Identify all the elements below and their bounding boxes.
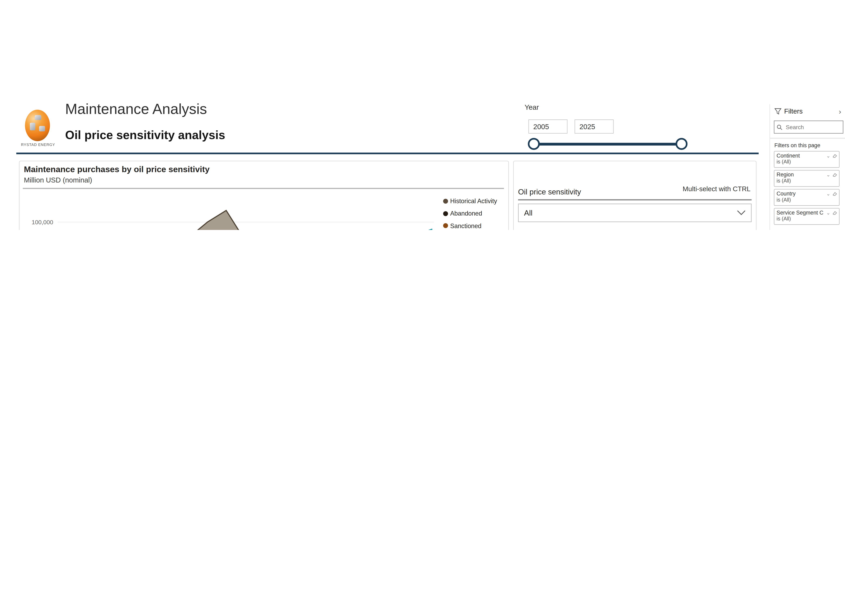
dropdown-value: All: [524, 208, 533, 217]
svg-text:100,000: 100,000: [32, 219, 53, 226]
chevron-down-icon[interactable]: ⌄: [826, 153, 830, 158]
area-chart-subtitle: Million USD (nominal): [24, 176, 92, 184]
year-slicer-label: Year: [525, 103, 539, 111]
filter-card-country[interactable]: Country is (All) ⌄: [774, 189, 839, 206]
filters-panel: Filters › Filters on this page Continent…: [770, 104, 845, 230]
rystad-energy-logo: [25, 110, 50, 141]
search-input[interactable]: [785, 123, 836, 131]
legend-label: Sanctioned: [450, 223, 481, 229]
filter-card-continent[interactable]: Continent is (All) ⌄: [774, 151, 839, 168]
slicer-underline: [518, 199, 752, 200]
sensitivity-dropdown[interactable]: All: [518, 204, 752, 222]
year-from-input[interactable]: [528, 119, 568, 133]
filter-funnel-icon: [775, 108, 782, 114]
chevron-down-icon[interactable]: ⌄: [826, 172, 830, 177]
oil-price-sensitivity-card: Multi-select with CTRL Oil price sensiti…: [513, 161, 757, 230]
filters-expand-icon[interactable]: ›: [839, 107, 841, 116]
multiselect-hint: Multi-select with CTRL: [682, 185, 751, 193]
sensitivity-slicer-label: Oil price sensitivity: [518, 187, 581, 196]
filter-value: is (All): [777, 158, 837, 164]
filter-value: is (All): [777, 177, 837, 183]
title-divider: [23, 188, 504, 189]
area-chart[interactable]: 020,00040,00060,00080,000100,00020052006…: [19, 191, 440, 230]
legend-label: Historical Activity: [450, 198, 497, 204]
legend-label: Abandoned: [450, 210, 482, 217]
page-title: Maintenance Analysis: [65, 101, 207, 118]
eraser-icon[interactable]: [832, 153, 838, 158]
year-slider-handle-left[interactable]: [528, 138, 540, 150]
year-slider-handle-right[interactable]: [675, 138, 687, 150]
page-subtitle: Oil price sensitivity analysis: [65, 128, 225, 142]
legend-dot: [443, 199, 448, 204]
filter-card-service-segment-cate-[interactable]: Service Segment Cate... is (All) ⌄: [774, 208, 839, 225]
legend-dot: [443, 211, 448, 216]
filters-divider: [770, 138, 845, 138]
filters-header: Filters: [775, 107, 802, 115]
filters-search-box[interactable]: [774, 121, 844, 133]
area-chart-title: Maintenance purchases by oil price sensi…: [24, 164, 210, 174]
filter-field-name: Region: [777, 172, 823, 177]
legend-item[interactable]: Historical Activity: [443, 195, 505, 207]
filter-card-region[interactable]: Region is (All) ⌄: [774, 170, 839, 187]
filter-value: is (All): [777, 197, 837, 202]
filter-field-name: Continent: [777, 153, 823, 158]
chevron-down-icon: [737, 210, 746, 216]
legend-dot: [443, 223, 448, 228]
area-chart-legend: Historical ActivityAbandonedSanctionedUS…: [443, 195, 505, 230]
year-to-input[interactable]: [575, 119, 614, 133]
filters-section-label: Filters on this page: [775, 142, 820, 148]
filter-value: is (All): [777, 216, 837, 221]
legend-item[interactable]: Sanctioned: [443, 220, 505, 230]
filter-field-name: Country: [777, 191, 823, 197]
eraser-icon[interactable]: [832, 191, 838, 196]
chevron-down-icon[interactable]: ⌄: [826, 210, 830, 216]
dashboard-page: RYSTAD ENERGY Maintenance Analysis Oil p…: [0, 0, 845, 230]
chevron-down-icon[interactable]: ⌄: [826, 191, 830, 197]
eraser-icon[interactable]: [832, 172, 838, 177]
eraser-icon[interactable]: [832, 210, 838, 215]
year-slider-track[interactable]: [532, 143, 680, 145]
legend-item[interactable]: Abandoned: [443, 207, 505, 220]
logo-caption: RYSTAD ENERGY: [16, 143, 60, 147]
header-divider: [16, 153, 758, 154]
filter-field-name: Service Segment Cate...: [777, 210, 823, 216]
search-icon: [777, 124, 783, 130]
maintenance-purchases-card: Maintenance purchases by oil price sensi…: [19, 161, 509, 230]
